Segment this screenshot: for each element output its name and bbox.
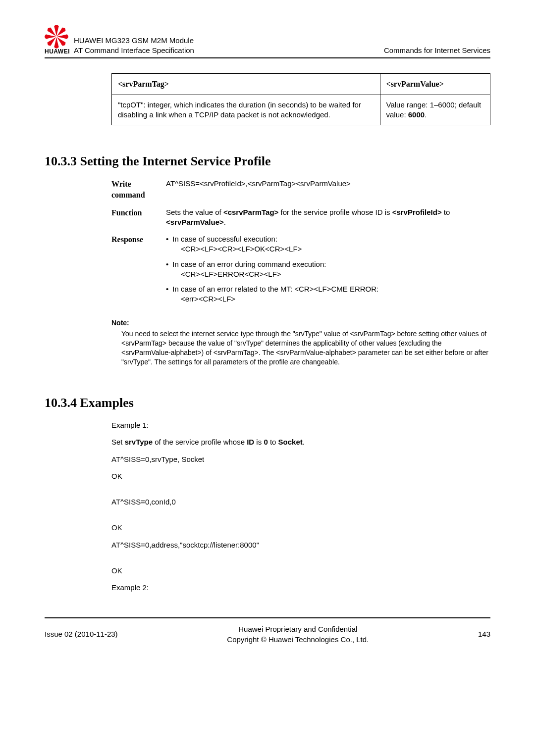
cell-value-post: . — [425, 110, 427, 119]
bullet-icon: • — [166, 284, 168, 294]
cell-tag-desc: "tcpOT": integer, which indicates the du… — [112, 95, 380, 125]
note-label: Note: — [111, 318, 490, 328]
resp1-l1: In case of successful execution: — [172, 234, 277, 244]
label-write-command: Write command — [111, 179, 156, 200]
ok-3: OK — [111, 566, 490, 576]
resp1-l2: <CR><LF><CR><LF>OK<CR><LF> — [181, 244, 490, 254]
doc-title: HUAWEI MG323 GSM M2M Module — [74, 36, 194, 46]
label-response: Response — [111, 234, 156, 245]
example-1-set: Set srvType of the service profile whose… — [111, 437, 490, 447]
func-b3: <srvParmValue> — [166, 218, 224, 226]
logo-text: HUAWEI — [45, 48, 70, 55]
ok-1: OK — [111, 471, 490, 481]
resp2-l2: <CR><LF>ERROR<CR><LF> — [181, 269, 490, 279]
definition-list: Write command AT^SISS=<srvProfileId>,<sr… — [111, 179, 490, 309]
chapter-name: Commands for Internet Services — [384, 46, 490, 55]
huawei-logo-icon — [45, 25, 68, 49]
def-write-command: Write command AT^SISS=<srvProfileId>,<sr… — [111, 179, 490, 200]
col-header-value: <srvParmValue> — [380, 74, 490, 95]
footer-page-number: 143 — [478, 629, 490, 639]
ex1-m3: to — [268, 438, 278, 446]
table-row: "tcpOT": integer, which indicates the du… — [112, 95, 490, 125]
response-item-3: •In case of an error related to the MT: … — [166, 284, 490, 304]
footer-copyright: Copyright © Huawei Technologies Co., Ltd… — [118, 635, 478, 645]
cmd-3: AT^SISS=0,address,"socktcp://listener:80… — [111, 540, 490, 550]
footer-proprietary: Huawei Proprietary and Confidential — [118, 624, 478, 634]
example-1-label: Example 1: — [111, 420, 490, 430]
response-item-2: •In case of an error during command exec… — [166, 259, 490, 280]
page-header: HUAWEI HUAWEI MG323 GSM M2M Module AT Co… — [45, 25, 490, 58]
section-heading-10-3-3: 10.3.3 Setting the Internet Service Prof… — [45, 152, 490, 170]
ex1-b1: srvType — [125, 438, 153, 446]
resp2-l1: In case of an error during command execu… — [172, 259, 326, 269]
footer-center: Huawei Proprietary and Confidential Copy… — [118, 624, 478, 645]
note-body: You need to select the internet service … — [121, 329, 490, 367]
cell-value-bold: 6000 — [408, 110, 425, 119]
page-footer: Issue 02 (2010-11-23) Huawei Proprietary… — [45, 617, 490, 645]
resp3-l1: In case of an error related to the MT: <… — [172, 284, 378, 294]
header-titles: HUAWEI MG323 GSM M2M Module AT Command I… — [74, 36, 194, 56]
table-header-row: <srvParmTag> <srvParmValue> — [112, 74, 490, 95]
def-response: Response •In case of successful executio… — [111, 234, 490, 309]
ex1-b3: 0 — [264, 438, 268, 446]
func-b2: <srvProfileId> — [392, 208, 442, 216]
func-mid: for the service profile whose ID is — [278, 208, 392, 216]
doc-subtitle: AT Command Interface Specification — [74, 46, 194, 55]
cell-value-pre: Value range: 1–6000; default value: — [386, 101, 482, 119]
cmd-2: AT^SISS=0,conId,0 — [111, 497, 490, 507]
ex1-b4: Socket — [278, 438, 303, 446]
ex1-m1: of the service profile whose — [153, 438, 247, 446]
func-pre: Sets the value of — [166, 208, 223, 216]
col-header-tag: <srvParmTag> — [112, 74, 380, 95]
cell-value-desc: Value range: 1–6000; default value: 6000… — [380, 95, 490, 125]
body-write-command: AT^SISS=<srvProfileId>,<srvParmTag><srvP… — [166, 179, 490, 189]
ex1-pre: Set — [111, 438, 125, 446]
footer-issue: Issue 02 (2010-11-23) — [45, 629, 118, 639]
ex1-b2: ID — [247, 438, 254, 446]
def-function: Function Sets the value of <csrvParmTag>… — [111, 207, 490, 228]
body-function: Sets the value of <csrvParmTag> for the … — [166, 207, 490, 228]
ex1-m2: is — [254, 438, 264, 446]
logo-block: HUAWEI — [45, 25, 70, 55]
param-table-wrap: <srvParmTag> <srvParmValue> "tcpOT": int… — [111, 73, 490, 125]
ex1-post: . — [303, 438, 305, 446]
section-heading-10-3-4: 10.3.4 Examples — [45, 394, 490, 411]
response-item-1: •In case of successful execution: <CR><L… — [166, 234, 490, 254]
resp3-l2: <err><CR><LF> — [181, 294, 490, 304]
func-mid2: to — [442, 208, 450, 216]
ok-2: OK — [111, 523, 490, 533]
func-post: . — [224, 218, 226, 226]
body-response: •In case of successful execution: <CR><L… — [166, 234, 490, 309]
bullet-icon: • — [166, 234, 168, 244]
cmd-1: AT^SISS=0,srvType, Socket — [111, 454, 490, 464]
note-block: Note: You need to select the internet se… — [111, 318, 490, 367]
label-function: Function — [111, 207, 156, 218]
header-left: HUAWEI HUAWEI MG323 GSM M2M Module AT Co… — [45, 25, 194, 55]
param-table: <srvParmTag> <srvParmValue> "tcpOT": int… — [111, 73, 490, 125]
examples-body: Example 1: Set srvType of the service pr… — [111, 420, 490, 593]
example-2-label: Example 2: — [111, 583, 490, 593]
bullet-icon: • — [166, 259, 168, 269]
func-b1: <csrvParmTag> — [223, 208, 278, 216]
